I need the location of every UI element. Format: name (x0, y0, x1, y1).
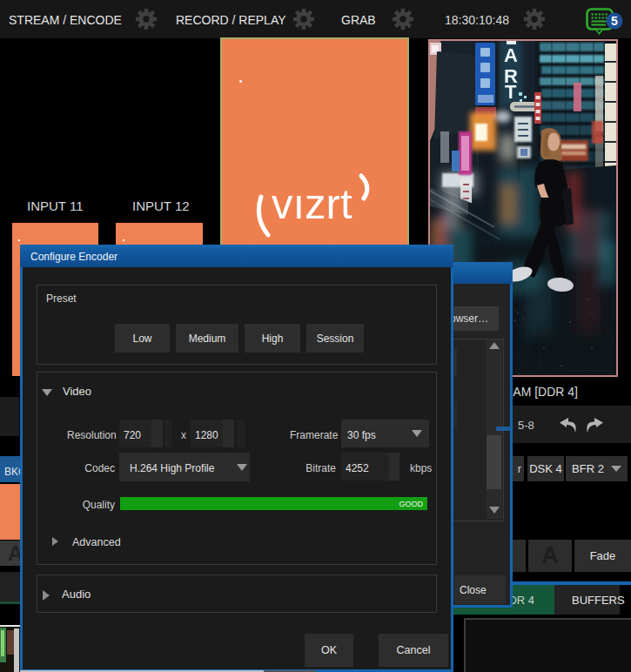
svg-text:T: T (505, 81, 517, 103)
svg-text:A: A (504, 44, 518, 66)
svg-text:5: 5 (611, 14, 618, 28)
svg-text:vızrt: vızrt (272, 180, 352, 227)
